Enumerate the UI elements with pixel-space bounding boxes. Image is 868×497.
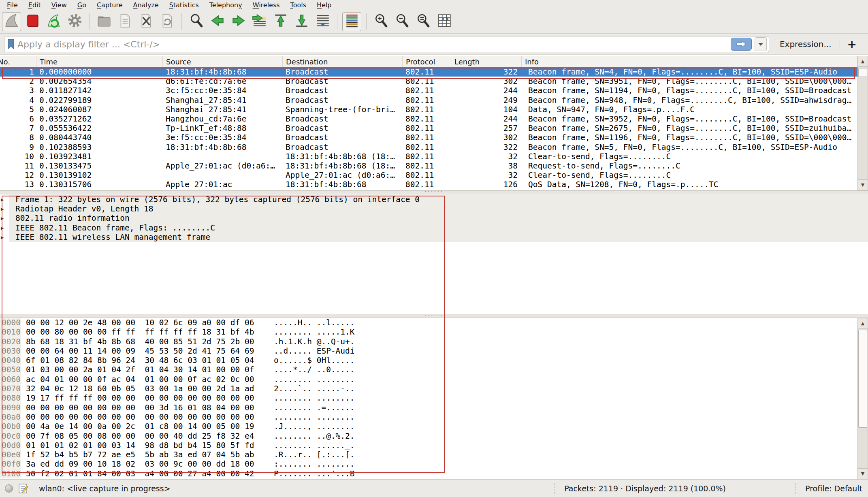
- menu-view[interactable]: View: [46, 0, 72, 10]
- go-forward-button[interactable]: [229, 12, 248, 31]
- hex-bytes[interactable]: 6f 01 08 82 84 8b 96 24 30 48 6c 03 01 0…: [26, 356, 254, 365]
- hex-bytes[interactable]: 3a ed dd 09 00 10 18 02 03 00 9c 00 00 d…: [26, 459, 254, 469]
- hex-row-00d0[interactable]: 00d001 01 01 02 01 00 03 14 98 d8 bd b4 …: [0, 441, 857, 450]
- pane-splitter[interactable]: ······: [0, 314, 868, 318]
- scroll-up-button[interactable]: ▲: [858, 56, 868, 67]
- add-filter-button[interactable]: +: [840, 38, 864, 51]
- hex-row-0090[interactable]: 009000 00 00 00 00 00 00 00 00 3d 16 01 …: [0, 403, 857, 412]
- packet-row-7[interactable]: 70.055536422Tp-LinkT_ef:48:88Broadcast80…: [0, 124, 857, 133]
- filter-history-dropdown[interactable]: [755, 37, 767, 51]
- hex-bytes[interactable]: 8b 68 18 31 bf 4b 8b 68 40 00 85 51 2d 7…: [26, 337, 254, 347]
- zoom-in-button[interactable]: [371, 12, 390, 31]
- hex-ascii[interactable]: ........ ........: [274, 375, 355, 384]
- column-header-destination[interactable]: Destination: [283, 56, 403, 67]
- hex-bytes[interactable]: 00 00 00 00 00 00 00 00 00 3d 16 01 08 0…: [26, 403, 254, 413]
- profile-text[interactable]: Profile: Default: [805, 484, 862, 493]
- column-header-source[interactable]: Source: [163, 56, 283, 67]
- packet-row-2[interactable]: 20.002654354d6:61:fe:cd:7a:6eBroadcast80…: [0, 77, 857, 86]
- packet-row-12[interactable]: 120.130139102Apple_27:01:ac (d0:a6:…802.…: [0, 171, 857, 180]
- menu-telephony[interactable]: Telephony: [204, 0, 247, 10]
- hex-row-00e0[interactable]: 00e01f 52 b4 b5 b7 72 ae e5 5b ab 3a ed …: [0, 450, 857, 459]
- menu-wireless[interactable]: Wireless: [247, 0, 285, 10]
- hex-ascii[interactable]: 2....`.. .....-..: [274, 384, 355, 394]
- detail-tree-row-2[interactable]: ▶Radiotap Header v0, Length 18: [0, 204, 868, 213]
- hex-ascii[interactable]: .....H.. ..l.....: [274, 318, 355, 328]
- display-filter-input[interactable]: [17, 39, 731, 49]
- packet-row-13[interactable]: 130.130315706Apple_27:01:ac18:31:bf:4b:8…: [0, 180, 857, 189]
- packet-row-8[interactable]: 80.0804437403e:f5:cc:0e:35:84Broadcast80…: [0, 133, 857, 142]
- pane-splitter[interactable]: ······: [0, 190, 868, 194]
- menu-tools[interactable]: Tools: [285, 0, 311, 10]
- restart-capture-button[interactable]: [44, 12, 63, 31]
- open-file-button[interactable]: [94, 12, 113, 31]
- packet-row-9[interactable]: 90.10238859318:31:bf:4b:8b:68Broadcast80…: [0, 143, 857, 152]
- scrollbar-thumb[interactable]: [858, 330, 867, 428]
- hex-bytes[interactable]: 00 00 80 00 00 00 ff ff ff ff ff ff 18 3…: [26, 327, 254, 337]
- column-header-info[interactable]: Info: [522, 56, 857, 67]
- packet-row-4[interactable]: 40.022799189Shanghai_27:85:41Broadcast80…: [0, 96, 857, 105]
- hex-bytes[interactable]: 00 00 64 00 11 14 00 09 45 53 50 2d 41 7…: [26, 346, 254, 356]
- apply-filter-button[interactable]: [731, 38, 752, 51]
- column-header-length[interactable]: Length: [451, 56, 522, 67]
- menu-file[interactable]: File: [2, 0, 23, 10]
- hex-bytes[interactable]: 00 00 00 00 00 00 00 00 00 00 00 00 00 0…: [26, 412, 254, 422]
- menu-edit[interactable]: Edit: [23, 0, 46, 10]
- packet-row-5[interactable]: 50.024060087Shanghai_27:85:41Spanning-tr…: [0, 105, 857, 114]
- menu-go[interactable]: Go: [72, 0, 92, 10]
- column-header-time[interactable]: Time: [36, 56, 163, 67]
- hex-bytes[interactable]: 00 4a 0e 14 00 0a 00 2c 01 c8 00 14 00 0…: [26, 422, 254, 431]
- detail-tree-row-5[interactable]: ▶IEEE 802.11 wireless LAN management fra…: [0, 233, 868, 242]
- hex-bytes[interactable]: ac 04 01 00 00 0f ac 04 01 00 00 0f ac 0…: [26, 375, 254, 384]
- hex-ascii[interactable]: .R...r.. [.:...[.: [274, 450, 355, 460]
- save-file-button[interactable]: [115, 12, 134, 31]
- hex-ascii[interactable]: ........ .....1.K: [274, 327, 355, 337]
- bookmark-icon[interactable]: [7, 38, 15, 50]
- packet-list-scrollbar[interactable]: ▲ ▼: [857, 56, 868, 190]
- hex-row-0060[interactable]: 0060ac 04 01 00 00 0f ac 04 01 00 00 0f …: [0, 375, 857, 384]
- hex-bytes[interactable]: 50 f2 02 01 01 84 00 03 a4 00 00 27 a4 0…: [26, 469, 254, 479]
- scroll-down-button[interactable]: ▼: [858, 468, 868, 479]
- hex-row-0100[interactable]: 010050 f2 02 01 01 84 00 03 a4 00 00 27 …: [0, 469, 857, 478]
- menu-analyze[interactable]: Analyze: [128, 0, 164, 10]
- hex-ascii[interactable]: P....... ...'...B: [274, 469, 355, 479]
- scrollbar-thumb[interactable]: [858, 68, 867, 77]
- packet-row-6[interactable]: 60.035271262Hangzhou_cd:7a:6eBroadcast80…: [0, 114, 857, 124]
- hex-bytes[interactable]: 01 03 00 00 2a 01 04 2f 01 04 30 14 01 0…: [26, 365, 254, 375]
- menu-help[interactable]: Help: [311, 0, 337, 10]
- hex-row-0080[interactable]: 008019 17 ff ff ff 00 00 00 00 00 00 00 …: [0, 393, 857, 403]
- stop-capture-button[interactable]: [23, 12, 42, 31]
- hex-bytes[interactable]: 19 17 ff ff ff 00 00 00 00 00 00 00 00 0…: [26, 393, 254, 403]
- expand-arrow-icon[interactable]: ▶: [1, 205, 4, 214]
- hex-row-00a0[interactable]: 00a000 00 00 00 00 00 00 00 00 00 00 00 …: [0, 412, 857, 422]
- hex-bytes[interactable]: 00 00 12 00 2e 48 00 00 10 02 6c 09 a0 0…: [26, 318, 254, 328]
- packet-row-10[interactable]: 100.10392348118:31:bf:4b:8b:68 (18:…802.…: [0, 152, 857, 161]
- packet-row-1[interactable]: 10.00000000018:31:bf:4b:8b:68Broadcast80…: [0, 67, 857, 77]
- detail-tree-row-4[interactable]: ▶IEEE 802.11 Beacon frame, Flags: ......…: [0, 223, 868, 233]
- hex-row-0010[interactable]: 001000 00 80 00 00 00 ff ff ff ff ff ff …: [0, 327, 857, 337]
- go-to-packet-button[interactable]: [250, 12, 269, 31]
- auto-scroll-button[interactable]: [313, 12, 332, 31]
- hex-ascii[interactable]: o......$ 0Hl.....: [274, 356, 355, 365]
- hex-row-0000[interactable]: 000000 00 12 00 2e 48 00 00 10 02 6c 09 …: [0, 318, 857, 327]
- hex-ascii[interactable]: :....... ........: [274, 459, 355, 469]
- hex-ascii[interactable]: ........ ......_.: [274, 441, 355, 450]
- hex-ascii[interactable]: ........ ........: [274, 412, 355, 422]
- hex-ascii[interactable]: .J....., ........: [274, 422, 355, 431]
- expand-arrow-icon[interactable]: ▶: [1, 195, 4, 205]
- hex-pane-scrollbar[interactable]: ▲ ▼: [857, 318, 868, 479]
- packet-row-3[interactable]: 30.0118271423c:f5:cc:0e:35:84Broadcast80…: [0, 86, 857, 95]
- scroll-down-button[interactable]: ▼: [858, 179, 868, 190]
- expand-arrow-icon[interactable]: ▶: [1, 214, 4, 223]
- display-filter-field[interactable]: [4, 36, 769, 52]
- hex-ascii[interactable]: ....*../ ..0.....: [274, 365, 355, 375]
- detail-tree-row-1[interactable]: ▶Frame 1: 322 bytes on wire (2576 bits),…: [0, 195, 868, 204]
- hex-ascii[interactable]: ........ ........: [274, 393, 355, 403]
- zoom-out-button[interactable]: [392, 12, 412, 31]
- reload-file-button[interactable]: [158, 12, 177, 31]
- hex-row-0040[interactable]: 00406f 01 08 82 84 8b 96 24 30 48 6c 03 …: [0, 356, 857, 365]
- hex-ascii[interactable]: ..d..... ESP-Audi: [274, 346, 355, 356]
- hex-row-00f0[interactable]: 00f03a ed dd 09 00 10 18 02 03 00 9c 00 …: [0, 459, 857, 469]
- capture-options-button[interactable]: [65, 12, 84, 31]
- colorize-packets-button[interactable]: [342, 12, 361, 31]
- hex-ascii[interactable]: ........ .=......: [274, 403, 355, 413]
